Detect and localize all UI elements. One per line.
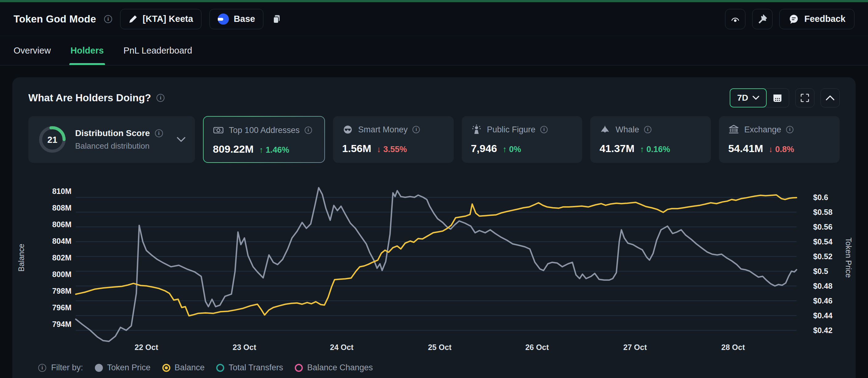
svg-text:806M: 806M <box>52 220 71 229</box>
legend-item-balance[interactable]: Balance <box>162 363 205 373</box>
total-transfers-swatch-icon <box>216 364 224 372</box>
copy-icon <box>271 14 282 24</box>
info-icon[interactable]: i <box>38 364 46 372</box>
chart-legend: i Filter by: Token Price Balance Total T… <box>28 363 840 373</box>
svg-text:23 Oct: 23 Oct <box>232 343 256 351</box>
info-icon[interactable]: i <box>412 126 420 133</box>
svg-text:798M: 798M <box>52 286 71 295</box>
tab-overview[interactable]: Overview <box>13 36 51 65</box>
watchlist-button[interactable] <box>725 9 745 29</box>
svg-text:800M: 800M <box>52 270 71 279</box>
metric-card-smart-money[interactable]: Smart Money i 1.56M ↓ 3.55% <box>333 116 454 163</box>
legend-item-balance-changes[interactable]: Balance Changes <box>295 363 373 373</box>
fullscreen-icon <box>800 93 810 103</box>
token-label: [KTA] Keeta <box>143 14 193 24</box>
pin-button[interactable] <box>752 9 773 29</box>
top-banner <box>0 0 868 2</box>
chevron-down-icon <box>752 96 759 100</box>
holder-metric-cards: 21 Distribution Score i Balanced distrib… <box>28 116 840 163</box>
svg-text:$0.52: $0.52 <box>813 252 833 261</box>
calendar-button[interactable] <box>763 88 789 107</box>
balance-swatch-icon <box>162 364 170 372</box>
svg-text:Token Price: Token Price <box>844 238 853 278</box>
legend-prefix: Filter by: <box>51 363 83 373</box>
svg-text:794M: 794M <box>52 320 71 329</box>
page-title: Token God Mode <box>13 13 96 25</box>
info-icon[interactable]: i <box>156 94 164 102</box>
svg-text:$0.56: $0.56 <box>813 222 833 231</box>
metric-delta: ↑ 0% <box>503 145 521 154</box>
distribution-score-card[interactable]: 21 Distribution Score i Balanced distrib… <box>28 116 195 163</box>
svg-text:796M: 796M <box>52 303 71 312</box>
holders-activity-panel: What Are Holders Doing? i 7D <box>12 77 856 378</box>
svg-text:$0.44: $0.44 <box>813 311 833 320</box>
token-select-button[interactable]: [KTA] Keeta <box>120 9 202 29</box>
svg-text:28 Oct: 28 Oct <box>721 343 745 351</box>
svg-text:$0.6: $0.6 <box>813 193 828 202</box>
metric-card-public-figure[interactable]: Public Figure i 7,946 ↑ 0% <box>462 116 583 163</box>
feedback-chat-icon <box>788 13 799 25</box>
chevron-down-icon <box>177 137 186 142</box>
svg-text:25 Oct: 25 Oct <box>428 343 452 351</box>
metric-value: 41.37M <box>599 142 634 154</box>
feedback-label: Feedback <box>804 14 845 24</box>
svg-text:810M: 810M <box>52 187 71 196</box>
edit-pencil-icon <box>128 14 138 24</box>
distribution-score-subtitle: Balanced distribution <box>75 141 168 151</box>
svg-text:$0.58: $0.58 <box>813 208 833 216</box>
svg-text:24 Oct: 24 Oct <box>330 343 353 351</box>
metric-value: 809.22M <box>213 143 253 155</box>
whale-icon <box>599 124 611 135</box>
metric-delta: ↓ 0.8% <box>769 145 795 154</box>
svg-text:808M: 808M <box>52 203 71 212</box>
public-figure-icon <box>471 124 482 135</box>
base-chain-icon <box>218 13 229 25</box>
tab-bar: Overview Holders PnL Leaderboard <box>0 36 868 66</box>
copy-address-button[interactable] <box>271 14 282 24</box>
metric-card-top-100-addresses[interactable]: Top 100 Addresses i 809.22M ↑ 1.46% <box>203 116 325 163</box>
svg-text:802M: 802M <box>52 253 71 262</box>
info-icon[interactable]: i <box>644 126 651 133</box>
chevron-up-icon <box>826 95 835 101</box>
distribution-score-gauge: 21 <box>38 125 67 154</box>
metric-card-whale[interactable]: Whale i 41.37M ↑ 0.16% <box>590 116 711 163</box>
fullscreen-button[interactable] <box>795 88 814 107</box>
tab-holders[interactable]: Holders <box>70 36 104 65</box>
eye-icon <box>730 13 741 25</box>
tab-pnl-leaderboard[interactable]: PnL Leaderboard <box>124 36 192 65</box>
metric-delta: ↑ 0.16% <box>640 145 670 154</box>
banknote-icon <box>213 125 224 136</box>
collapse-button[interactable] <box>820 88 840 107</box>
app-header: Token God Mode i [KTA] Keeta Base <box>0 2 868 36</box>
svg-text:$0.5: $0.5 <box>813 267 828 275</box>
distribution-score-value: 21 <box>48 135 57 145</box>
metric-delta: ↓ 3.55% <box>377 145 407 154</box>
holders-chart[interactable]: $0.6$0.58$0.56$0.54$0.52$0.5$0.48$0.46$0… <box>12 164 856 362</box>
legend-item-token-price[interactable]: Token Price <box>95 363 151 373</box>
range-selector[interactable]: 7D <box>730 88 767 107</box>
chain-label: Base <box>234 14 255 24</box>
legend-item-total-transfers[interactable]: Total Transfers <box>216 363 283 373</box>
feedback-button[interactable]: Feedback <box>779 9 855 29</box>
metric-delta: ↑ 1.46% <box>259 145 289 155</box>
info-icon[interactable]: i <box>104 15 112 23</box>
svg-text:$0.48: $0.48 <box>813 282 833 290</box>
smart-money-icon <box>342 124 353 135</box>
svg-text:Balance: Balance <box>17 244 26 272</box>
svg-text:$0.54: $0.54 <box>813 237 833 246</box>
info-icon[interactable]: i <box>155 129 163 137</box>
chain-select-button[interactable]: Base <box>210 9 264 29</box>
svg-text:804M: 804M <box>52 237 71 245</box>
range-selector-group: 7D <box>730 88 789 107</box>
info-icon[interactable]: i <box>305 127 312 134</box>
info-icon[interactable]: i <box>786 126 794 133</box>
svg-text:$0.46: $0.46 <box>813 297 833 305</box>
exchange-bank-icon <box>728 124 739 135</box>
distribution-score-title: Distribution Score <box>75 128 150 138</box>
svg-text:$0.42: $0.42 <box>813 326 833 335</box>
metric-value: 54.41M <box>728 142 763 154</box>
calendar-icon <box>772 93 783 103</box>
metric-card-exchange[interactable]: Exchange i 54.41M ↓ 0.8% <box>719 116 840 163</box>
info-icon[interactable]: i <box>540 126 548 133</box>
metric-value: 1.56M <box>342 142 371 154</box>
